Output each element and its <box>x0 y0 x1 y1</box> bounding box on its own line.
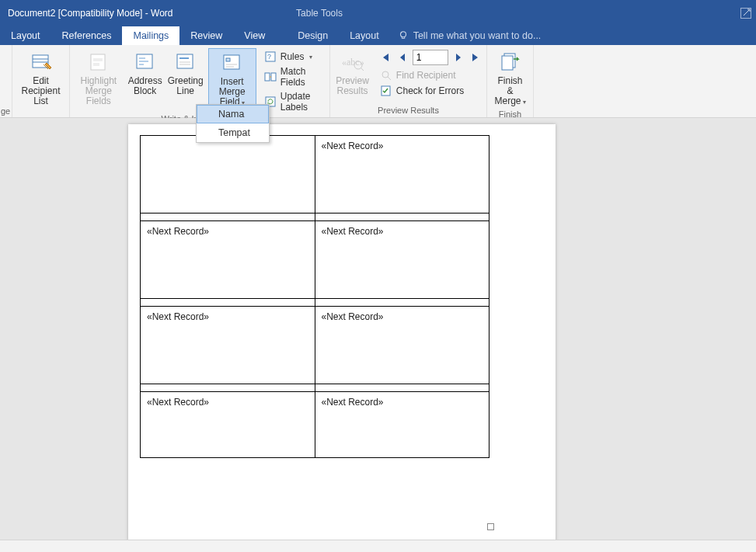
menu-item-tempat[interactable]: Tempat <box>197 123 269 142</box>
rules-button[interactable]: ? Rules▾ <box>261 50 325 64</box>
greeting-line-button[interactable]: Greeting Line <box>168 48 204 98</box>
label-cell[interactable]: «Next Record» <box>141 307 315 384</box>
find-recipient-icon <box>380 69 392 82</box>
label-cell[interactable]: «Next Record» <box>315 136 489 214</box>
svg-rect-22 <box>271 73 276 81</box>
labels-table: «Next Record» «Next Record» «Next Record… <box>140 135 489 458</box>
table-resize-handle-icon[interactable] <box>487 523 494 530</box>
edit-recipient-list-button[interactable]: Edit Recipient List <box>17 48 64 108</box>
next-record-button[interactable] <box>451 50 465 64</box>
truncated-group: ge <box>0 45 12 117</box>
preview-results-group-label: Preview Results <box>335 105 482 117</box>
label-cell[interactable] <box>141 136 315 214</box>
lightbulb-icon <box>398 30 409 41</box>
table-row: «Next Record» «Next Record» <box>141 392 489 458</box>
chevron-down-icon: ▾ <box>309 54 312 61</box>
svg-rect-6 <box>93 63 99 66</box>
table-row: «Next Record» <box>141 136 489 214</box>
match-fields-label: Match Fields <box>280 66 322 88</box>
find-recipient-button: Find Recipient <box>377 68 484 82</box>
svg-rect-4 <box>91 54 105 70</box>
update-labels-button[interactable]: Update Labels <box>261 90 325 113</box>
svg-point-0 <box>400 32 406 37</box>
tab-view[interactable]: View <box>233 26 276 45</box>
rules-icon: ? <box>264 50 277 63</box>
status-bar <box>0 540 756 552</box>
highlight-merge-fields-button: Highlight Merge Fields <box>75 48 123 108</box>
contextual-tab-title: Table Tools <box>276 8 363 19</box>
spacer-cell[interactable] <box>315 214 489 221</box>
insert-merge-field-label: Insert Merge Field▾ <box>212 77 253 108</box>
first-record-button[interactable] <box>378 50 392 64</box>
next-record-field: «Next Record» <box>322 141 384 151</box>
check-errors-label: Check for Errors <box>396 85 464 96</box>
ribbon-tabs: Layout References Mailings Review View D… <box>0 26 756 45</box>
find-recipient-label: Find Recipient <box>396 70 456 81</box>
address-block-button[interactable]: Address Block <box>127 48 163 98</box>
table-row: «Next Record» «Next Record» <box>141 307 489 384</box>
preview-results-label: Preview Results <box>336 76 369 96</box>
group-preview-results: «abc» Preview Results Find Recipient <box>330 45 487 117</box>
greeting-line-label: Greeting Line <box>168 76 204 96</box>
table-row: «Next Record» «Next Record» <box>141 221 489 299</box>
finish-merge-icon <box>498 50 523 75</box>
label-cell[interactable]: «Next Record» <box>141 392 315 458</box>
table-row <box>141 299 489 307</box>
next-record-field: «Next Record» <box>322 397 384 408</box>
tell-me-search[interactable]: Tell me what you want to do... <box>390 26 542 45</box>
window-title: Document2 [Compatibility Mode] - Word <box>0 0 173 26</box>
check-errors-icon <box>380 85 392 97</box>
record-number-input[interactable] <box>413 50 448 65</box>
check-errors-button[interactable]: Check for Errors <box>377 84 484 98</box>
last-record-button[interactable] <box>469 50 483 64</box>
menu-item-nama[interactable]: Nama <box>197 105 269 123</box>
insert-merge-field-icon <box>220 50 245 75</box>
next-record-field: «Next Record» <box>147 226 209 237</box>
update-labels-label: Update Labels <box>280 91 322 113</box>
next-record-field: «Next Record» <box>322 226 384 237</box>
finish-merge-button[interactable]: Finish & Merge▾ <box>492 48 529 109</box>
address-block-label: Address Block <box>128 76 162 96</box>
spacer-cell[interactable] <box>141 214 315 221</box>
edit-recipient-list-label: Edit Recipient List <box>20 76 61 106</box>
match-fields-button[interactable]: Match Fields <box>261 65 325 89</box>
svg-rect-32 <box>502 56 513 70</box>
label-cell[interactable]: «Next Record» <box>315 221 489 299</box>
chevron-down-icon: ▾ <box>523 99 526 106</box>
spacer-cell[interactable] <box>141 384 315 392</box>
highlight-merge-fields-icon <box>86 50 111 75</box>
svg-line-29 <box>388 77 391 80</box>
svg-rect-5 <box>93 58 103 61</box>
next-record-field: «Next Record» <box>147 311 209 322</box>
truncated-group-label: ge <box>1 106 12 116</box>
record-navigation <box>377 48 484 67</box>
tab-review[interactable]: Review <box>179 26 233 45</box>
rules-label: Rules <box>280 51 305 62</box>
previous-record-button[interactable] <box>395 50 409 64</box>
table-row <box>141 214 489 221</box>
ribbon: ge Edit Recipient List Highlight Merge F… <box>0 45 756 118</box>
insert-merge-field-button[interactable]: Insert Merge Field▾ <box>208 48 256 110</box>
label-cell[interactable]: «Next Record» <box>315 307 489 384</box>
match-fields-icon <box>264 71 277 83</box>
group-finish: Finish & Merge▾ Finish <box>487 45 534 117</box>
document-area: ✥ «Next Record» «Next Record» «Next Reco… <box>0 118 756 540</box>
table-row <box>141 384 489 392</box>
spacer-cell[interactable] <box>141 299 315 307</box>
label-cell[interactable]: «Next Record» <box>141 221 315 299</box>
highlight-merge-fields-label: Highlight Merge Fields <box>78 76 120 106</box>
svg-rect-16 <box>226 58 230 61</box>
ribbon-display-options-icon[interactable] <box>740 8 751 19</box>
tab-layout-left[interactable]: Layout <box>0 26 51 45</box>
finish-merge-label: Finish & Merge▾ <box>495 76 526 107</box>
preview-results-button: «abc» Preview Results <box>333 48 372 98</box>
tab-table-layout[interactable]: Layout <box>339 26 390 45</box>
tab-mailings[interactable]: Mailings <box>122 26 179 45</box>
tab-design[interactable]: Design <box>287 26 339 45</box>
label-cell[interactable]: «Next Record» <box>315 392 489 458</box>
insert-merge-field-menu: Nama Tempat <box>196 104 270 143</box>
spacer-cell[interactable] <box>315 384 489 392</box>
edit-recipient-list-icon <box>29 50 54 75</box>
spacer-cell[interactable] <box>315 299 489 307</box>
tab-references[interactable]: References <box>51 26 123 45</box>
